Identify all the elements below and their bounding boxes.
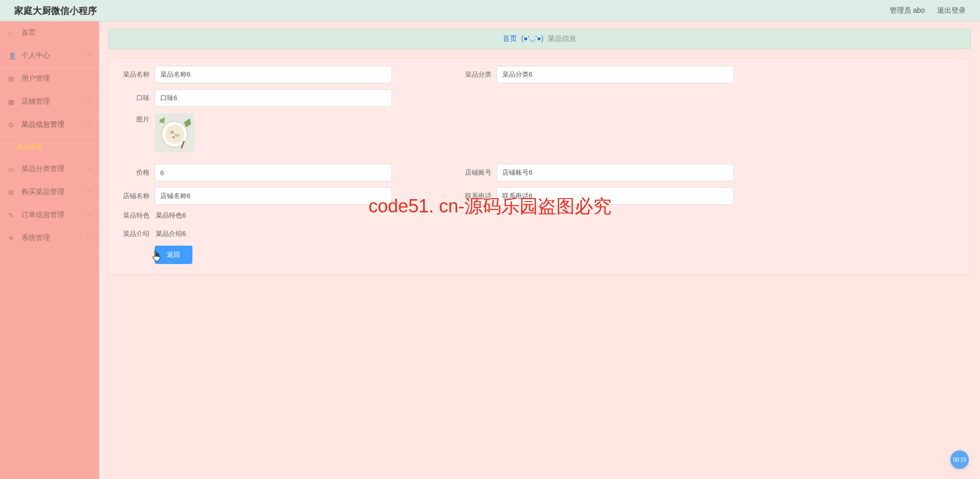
header-bar: 家庭大厨微信小程序 管理员 abo 退出登录 xyxy=(0,0,980,21)
main-content: 首页 (●'◡'●) 菜品信息 菜品名称 菜品分类 口味 xyxy=(99,21,980,479)
app-title: 家庭大厨微信小程序 xyxy=(14,5,97,17)
form-panel: 菜品名称 菜品分类 口味 图片 xyxy=(108,58,971,275)
sidebar-item-home[interactable]: ⌂ 首页 xyxy=(0,21,99,44)
breadcrumb-home[interactable]: 首页 xyxy=(503,34,517,42)
chevron-down-icon: ﹀ xyxy=(87,188,92,196)
sidebar-item-label: 店铺管理 xyxy=(21,97,50,106)
label-intro: 菜品介绍 xyxy=(113,229,150,238)
label-price: 价格 xyxy=(113,168,150,177)
label-feature: 菜品特色 xyxy=(113,211,150,220)
sidebar-item-dish-info[interactable]: ⊙ 菜品信息管理 ︿ xyxy=(0,113,99,136)
breadcrumb-current: 菜品信息 xyxy=(548,34,576,42)
svg-point-2 xyxy=(165,125,184,143)
order-icon: ✎ xyxy=(8,211,16,219)
chevron-down-icon: ﹀ xyxy=(87,165,92,173)
label-dish-category: 菜品分类 xyxy=(455,70,492,79)
label-shop-name: 店铺名称 xyxy=(113,191,150,201)
sidebar-item-dish-category[interactable]: ▭ 菜品分类管理 ﹀ xyxy=(0,158,99,181)
svg-point-5 xyxy=(172,136,175,138)
input-shop-account[interactable] xyxy=(497,164,734,181)
value-intro: 菜品介绍6 xyxy=(155,229,186,238)
input-shop-name[interactable] xyxy=(155,187,392,205)
chevron-down-icon: ﹀ xyxy=(87,52,92,59)
time-badge: 00:19 xyxy=(950,450,969,469)
dish-info-icon: ⊙ xyxy=(8,121,16,129)
sidebar-item-order-info[interactable]: ✎ 订单信息管理 ﹀ xyxy=(0,204,99,227)
svg-point-4 xyxy=(175,134,180,137)
label-dish-name: 菜品名称 xyxy=(113,70,150,79)
home-icon: ⌂ xyxy=(8,29,16,37)
label-image: 图片 xyxy=(113,113,150,124)
input-phone[interactable] xyxy=(497,187,734,205)
sidebar-item-users[interactable]: ▤ 用户管理 xyxy=(0,67,99,90)
sidebar-item-label: 菜品分类管理 xyxy=(21,164,64,174)
sidebar-item-system[interactable]: ✈ 系统管理 ﹀ xyxy=(0,227,99,250)
sidebar-item-label: 个人中心 xyxy=(21,51,50,60)
chevron-down-icon: ﹀ xyxy=(87,211,92,219)
system-icon: ✈ xyxy=(8,234,16,242)
store-icon: ▦ xyxy=(8,98,16,106)
chevron-down-icon: ﹀ xyxy=(87,98,92,105)
chevron-up-icon: ︿ xyxy=(87,121,92,128)
back-button-label: 返回 xyxy=(167,250,180,259)
sidebar-item-label: 系统管理 xyxy=(21,233,50,243)
user-icon: 👤 xyxy=(8,52,16,60)
input-price[interactable] xyxy=(155,164,392,181)
sidebar-item-label: 菜品信息管理 xyxy=(21,120,64,129)
svg-point-3 xyxy=(170,131,174,134)
sidebar-item-label: 首页 xyxy=(21,28,36,37)
sidebar-item-label: 购买菜品管理 xyxy=(21,187,64,197)
label-taste: 口味 xyxy=(113,93,150,103)
input-dish-name[interactable] xyxy=(155,66,392,83)
sidebar-item-personal[interactable]: 👤 个人中心 ﹀ xyxy=(0,44,99,67)
sidebar: ⌂ 首页 👤 个人中心 ﹀ ▤ 用户管理 ▦ 店铺管理 ﹀ ⊙ 菜品信息管理 ︿… xyxy=(0,21,99,479)
sidebar-item-buy-dish[interactable]: ⊞ 购买菜品管理 ﹀ xyxy=(0,181,99,204)
input-dish-category[interactable] xyxy=(497,66,734,83)
input-taste[interactable] xyxy=(155,89,392,107)
breadcrumb: 首页 (●'◡'●) 菜品信息 xyxy=(108,29,971,49)
dish-image-thumb xyxy=(155,113,194,152)
chevron-down-icon: ﹀ xyxy=(87,234,92,242)
back-button[interactable]: 返回 xyxy=(155,246,192,264)
dish-image[interactable] xyxy=(155,113,194,153)
buy-icon: ⊞ xyxy=(8,188,16,196)
admin-label[interactable]: 管理员 abo xyxy=(890,6,925,15)
label-phone: 联系电话 xyxy=(455,191,492,201)
logout-link[interactable]: 退出登录 xyxy=(937,6,966,15)
category-icon: ▭ xyxy=(8,165,16,173)
sidebar-item-stores[interactable]: ▦ 店铺管理 ﹀ xyxy=(0,90,99,113)
sidebar-item-label: 订单信息管理 xyxy=(21,210,64,220)
users-icon: ▤ xyxy=(8,75,16,83)
sidebar-subitem-dish-info[interactable]: 菜品信息 xyxy=(0,136,99,158)
value-feature: 菜品特色6 xyxy=(155,211,186,220)
label-shop-account: 店铺账号 xyxy=(455,168,492,177)
sidebar-item-label: 用户管理 xyxy=(21,74,50,83)
breadcrumb-face: (●'◡'●) xyxy=(521,34,544,42)
